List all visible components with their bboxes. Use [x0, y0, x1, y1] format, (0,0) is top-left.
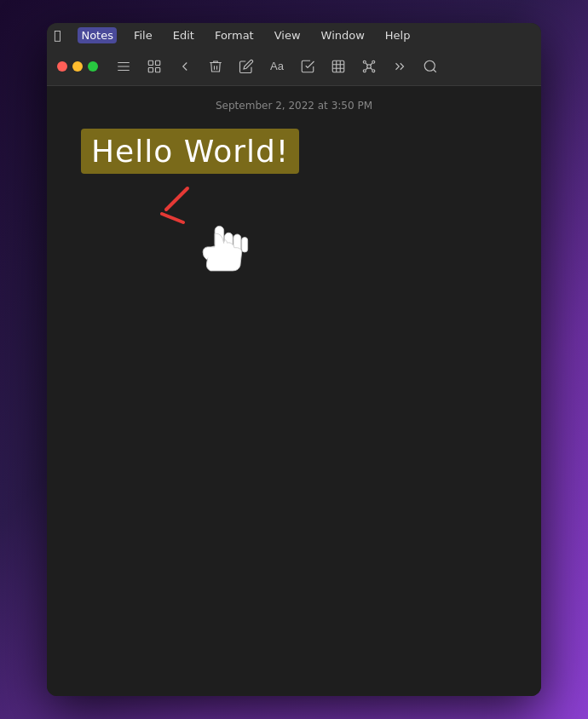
menu-edit[interactable]: Edit — [170, 27, 198, 43]
grid-icon — [147, 59, 162, 74]
svg-line-20 — [366, 67, 367, 69]
search-icon — [423, 59, 438, 74]
compose-button[interactable] — [233, 53, 260, 80]
svg-rect-6 — [156, 67, 160, 72]
svg-line-18 — [366, 63, 367, 65]
minimize-button[interactable] — [72, 61, 83, 72]
svg-line-23 — [166, 188, 187, 210]
note-content-area[interactable]: September 2, 2022 at 3:50 PM Hello World… — [47, 86, 541, 696]
svg-rect-3 — [148, 60, 153, 65]
checklist-button[interactable] — [294, 53, 321, 80]
svg-rect-26 — [225, 233, 233, 252]
apple-logo-icon:  — [54, 28, 61, 42]
checklist-icon — [300, 59, 315, 74]
svg-line-24 — [162, 214, 183, 222]
traffic-lights — [57, 61, 98, 72]
delete-button[interactable] — [202, 53, 229, 80]
list-view-button[interactable] — [110, 53, 137, 80]
svg-rect-5 — [148, 67, 153, 72]
search-button[interactable] — [417, 53, 444, 80]
svg-rect-4 — [156, 60, 160, 65]
table-button[interactable] — [325, 53, 352, 80]
svg-point-21 — [424, 60, 435, 71]
compose-icon — [239, 59, 254, 74]
table-icon — [331, 59, 346, 74]
attachments-button[interactable] — [355, 53, 383, 80]
menu-view[interactable]: View — [271, 27, 304, 43]
svg-point-16 — [363, 69, 366, 72]
svg-line-17 — [371, 63, 372, 65]
font-button[interactable]: Aa — [263, 53, 291, 80]
menu-notes[interactable]: Notes — [78, 27, 117, 43]
trash-icon — [208, 59, 223, 74]
svg-line-22 — [433, 69, 435, 72]
close-button[interactable] — [57, 61, 67, 72]
svg-point-14 — [363, 60, 366, 63]
chevrons-right-icon — [392, 59, 407, 74]
menu-format[interactable]: Format — [211, 27, 257, 43]
menubar:  Notes File Edit Format View Window Hel… — [47, 23, 541, 47]
chevron-left-icon — [177, 59, 193, 74]
menu-window[interactable]: Window — [318, 27, 368, 43]
gallery-view-button[interactable] — [141, 53, 168, 80]
maximize-button[interactable] — [88, 61, 98, 72]
menu-help[interactable]: Help — [382, 27, 414, 43]
back-button[interactable] — [171, 53, 199, 80]
font-label: Aa — [270, 60, 284, 72]
svg-point-13 — [372, 60, 375, 63]
toolbar: Aa — [47, 47, 541, 86]
annotation-lines — [153, 184, 205, 235]
svg-point-15 — [372, 69, 375, 72]
hand-cursor-icon — [192, 222, 251, 282]
svg-rect-7 — [332, 60, 344, 72]
note-date: September 2, 2022 at 3:50 PM — [81, 100, 507, 112]
svg-rect-28 — [242, 238, 248, 253]
menu-file[interactable]: File — [130, 27, 156, 43]
list-icon — [116, 59, 131, 74]
attachment-icon — [361, 59, 377, 74]
more-button[interactable] — [386, 53, 413, 80]
svg-rect-27 — [233, 234, 241, 252]
note-text[interactable]: Hello World! — [81, 129, 299, 174]
svg-rect-25 — [215, 226, 224, 248]
svg-line-19 — [371, 67, 372, 69]
notes-window:  Notes File Edit Format View Window Hel… — [47, 23, 541, 696]
